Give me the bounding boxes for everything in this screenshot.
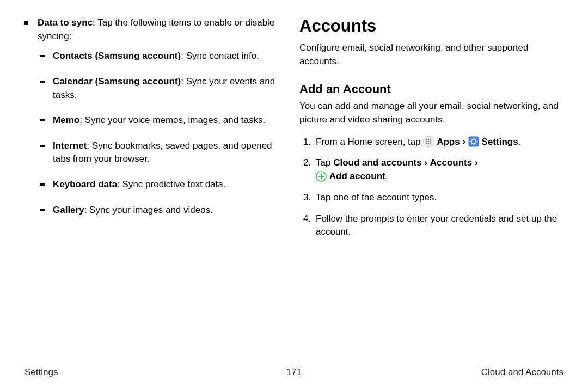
period: . (385, 171, 388, 181)
step-1: From a Home screen, tap Apps › (314, 136, 564, 149)
data-to-sync-label: Data to sync (38, 17, 93, 28)
footer-page-number: 171 (204, 367, 384, 378)
period: . (518, 137, 521, 147)
add-account-steps: From a Home screen, tap Apps › (299, 136, 564, 239)
step-2-pre: Tap (316, 157, 333, 168)
page-footer: Settings 171 Cloud and Accounts (0, 367, 588, 378)
svg-point-9 (430, 143, 432, 145)
page-body: Data to sync: Tap the following items to… (0, 0, 588, 359)
chevron-icon: › (462, 135, 465, 149)
svg-point-2 (428, 139, 430, 140)
left-column: Data to sync: Tap the following items to… (24, 16, 294, 359)
sync-item-text: : Sync contact info. (181, 51, 259, 61)
apps-icon (423, 136, 434, 147)
sync-item-gallery: Gallery: Sync your images and videos. (40, 204, 279, 217)
sync-item-keyboard: Keyboard data: Sync predictive text data… (40, 178, 279, 192)
step-2-path1: Cloud and accounts (333, 157, 421, 168)
svg-point-6 (430, 141, 432, 143)
sync-item-label: Contacts (Samsung account) (53, 51, 181, 61)
step-1-pre: From a Home screen, tap (316, 137, 423, 147)
add-account-intro: You can add and manage all your email, s… (299, 100, 564, 126)
chevron-icon: › (475, 156, 478, 170)
sync-item-label: Gallery (53, 205, 84, 215)
sync-item-internet: Internet: Sync bookmarks, saved pages, a… (40, 139, 279, 166)
footer-right: Cloud and Accounts (384, 367, 564, 378)
sync-item-contacts: Contacts (Samsung account): Sync contact… (40, 50, 279, 63)
svg-point-4 (426, 141, 427, 143)
sync-item-label: Keyboard data (53, 179, 117, 189)
svg-point-7 (426, 143, 427, 145)
step-1-settings: Settings (482, 137, 518, 147)
svg-point-1 (426, 139, 427, 140)
step-3: Tap one of the account types. (314, 191, 564, 205)
svg-point-5 (428, 141, 430, 143)
svg-point-8 (428, 143, 430, 145)
sync-item-text: : Sync predictive text data. (117, 179, 225, 189)
step-2-path2: Accounts (430, 157, 472, 168)
sync-item-calendar: Calendar (Samsung account): Sync your ev… (40, 75, 279, 102)
step-2: Tap Cloud and accounts › Accounts › Add … (314, 156, 564, 183)
sync-item-label: Internet (53, 140, 87, 151)
step-2-add: Add account (329, 171, 385, 181)
sync-item-text: : Sync your images and videos. (84, 205, 213, 215)
data-to-sync-item: Data to sync: Tap the following items to… (24, 16, 279, 217)
settings-icon (468, 136, 479, 147)
svg-point-3 (430, 139, 432, 140)
right-column: Accounts Configure email, social network… (294, 16, 564, 359)
step-4: Follow the prompts to enter your credent… (314, 212, 564, 239)
footer-left: Settings (24, 367, 204, 378)
sync-item-label: Memo (53, 115, 79, 125)
sync-item-label: Calendar (Samsung account) (53, 76, 181, 87)
sync-item-text: : Sync your voice memos, images, and tas… (79, 115, 265, 125)
step-1-apps: Apps (437, 137, 460, 147)
accounts-heading: Accounts (299, 16, 564, 36)
add-icon (316, 171, 327, 182)
add-account-heading: Add an Account (299, 82, 564, 96)
chevron-icon: › (424, 156, 427, 170)
sync-item-memo: Memo: Sync your voice memos, images, and… (40, 114, 279, 127)
accounts-intro: Configure email, social networking, and … (299, 41, 564, 68)
